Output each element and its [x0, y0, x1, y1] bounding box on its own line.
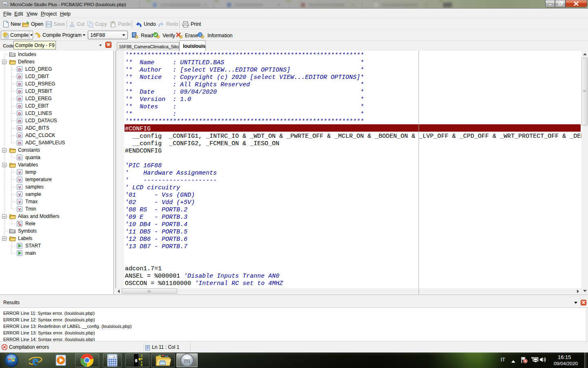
- svg-text:1: 1: [141, 354, 143, 357]
- svg-text:0: 0: [141, 357, 143, 361]
- svg-text:V: V: [18, 207, 21, 211]
- svg-text:D: D: [18, 126, 21, 130]
- svg-text:e: e: [32, 354, 38, 367]
- svg-text:V: V: [18, 193, 21, 197]
- svg-text:D: D: [18, 97, 21, 101]
- svg-text:D: D: [18, 67, 21, 72]
- svg-text:0: 0: [141, 364, 143, 367]
- svg-text:D: D: [18, 90, 21, 94]
- svg-text:V: V: [18, 171, 21, 175]
- svg-text:C: C: [18, 156, 21, 160]
- svg-text:V: V: [18, 185, 21, 189]
- svg-text:D: D: [18, 134, 21, 138]
- svg-text:D: D: [18, 75, 21, 79]
- svg-text:D: D: [18, 141, 21, 145]
- svg-text:D: D: [18, 112, 21, 116]
- svg-text:V: V: [18, 178, 21, 182]
- svg-text:D: D: [18, 104, 21, 108]
- svg-text:0: 0: [113, 356, 115, 359]
- svg-text:m: m: [19, 223, 22, 227]
- svg-text:D: D: [18, 119, 21, 123]
- svg-text:m: m: [184, 357, 190, 365]
- svg-text:D: D: [18, 82, 21, 86]
- svg-text:m: m: [4, 2, 7, 7]
- svg-text:V: V: [18, 200, 21, 204]
